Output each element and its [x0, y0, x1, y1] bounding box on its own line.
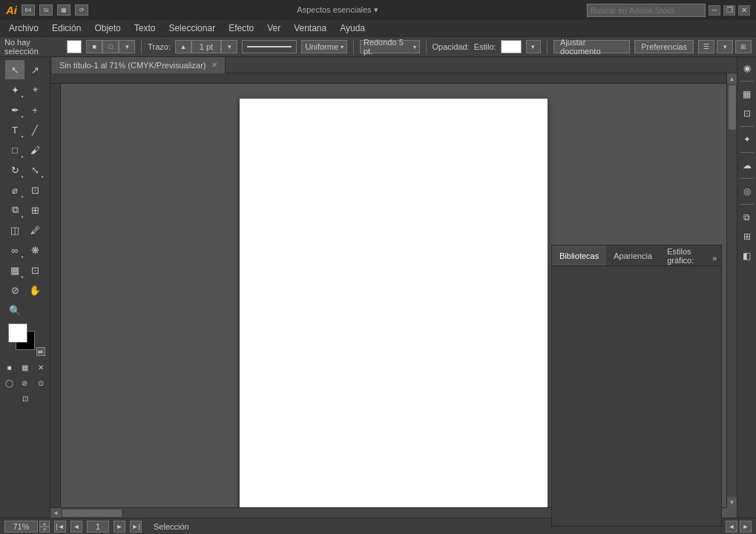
panel-layers[interactable]: ⊞ [739, 228, 755, 245]
tool-artboard[interactable]: ⊡ [25, 260, 45, 280]
tool-eyedropper[interactable]: 🖉 [25, 220, 45, 240]
tool-perspective[interactable]: ⧉▸ [5, 200, 24, 220]
tool-graph[interactable]: ▦▸ [5, 260, 24, 280]
nav-prev-btn[interactable]: ◄ [70, 521, 82, 533]
menu-edicion[interactable]: Edición [46, 22, 87, 35]
tool-magic-wand[interactable]: ✦▸ [5, 80, 24, 99]
menu-objeto[interactable]: Objeto [88, 22, 126, 35]
tool-rotate[interactable]: ↻▸ [5, 160, 24, 179]
title-btn-1[interactable]: 64 [22, 4, 35, 16]
arrange-btn[interactable]: ☰ [698, 40, 714, 53]
more-btn[interactable]: ▾ [717, 40, 733, 53]
restore-button[interactable]: ❐ [723, 5, 735, 16]
tab-close-btn[interactable]: ✕ [211, 61, 217, 69]
screen-mode-toggle[interactable]: ⊡ [19, 393, 32, 403]
panel-cc[interactable]: ☁ [739, 157, 755, 174]
dropdown-arrow[interactable]: ▾ [119, 40, 135, 53]
scroll-track-v[interactable] [727, 84, 737, 497]
scroll-up-btn[interactable]: ▲ [727, 73, 737, 84]
panel-align[interactable]: ⧉ [739, 209, 755, 225]
style-color-box[interactable] [501, 40, 522, 53]
swap-colors-btn[interactable]: ⇄ [36, 347, 45, 356]
corner-dropdown[interactable]: Redondo 5 pt. ▾ [360, 40, 420, 53]
vertical-scrollbar[interactable]: ▲ ▼ [726, 73, 737, 507]
stroke-type-dropdown[interactable]: Uniforme ▾ [301, 40, 347, 53]
menu-seleccionar[interactable]: Seleccionar [162, 22, 221, 35]
stroke-button[interactable]: □ [102, 40, 119, 53]
menu-ventana[interactable]: Ventana [288, 22, 332, 35]
tool-free-transform[interactable]: ⊡ [25, 180, 45, 200]
color-mode-gradient[interactable]: ▦ [19, 362, 32, 372]
bottom-prev-btn[interactable]: ◄ [726, 521, 737, 533]
tool-scale[interactable]: ⤡▸ [25, 160, 45, 179]
title-btn-2[interactable]: Si [39, 4, 53, 16]
zoom-input[interactable] [4, 521, 38, 533]
tool-extra[interactable] [25, 300, 45, 320]
tool-slice[interactable]: ⊘ [5, 280, 24, 300]
zoom-up-btn[interactable]: ▲ [39, 521, 50, 527]
tool-add-anchor[interactable]: + [25, 100, 45, 119]
tool-rect[interactable]: □▸ [5, 140, 24, 159]
tool-gradient[interactable]: ◫ [5, 220, 24, 240]
extra-btn[interactable]: ⊞ [735, 40, 752, 53]
menu-ver[interactable]: Ver [261, 22, 286, 35]
artboard[interactable] [240, 99, 548, 507]
stock-search-input[interactable] [587, 4, 706, 17]
tool-select[interactable]: ↖ [5, 60, 24, 79]
stroke-style[interactable] [242, 40, 297, 53]
tab-apariencia[interactable]: Apariencia [606, 245, 660, 266]
panel-more-btn[interactable]: » [708, 251, 721, 266]
color-mode-none[interactable]: ✕ [34, 362, 47, 372]
fill-button[interactable]: ■ [86, 40, 102, 53]
trazo-input[interactable] [191, 40, 221, 53]
tool-paintbrush[interactable]: 🖌 [25, 140, 45, 159]
adjust-doc-btn[interactable]: Ajustar documento [553, 40, 630, 53]
tool-symbol[interactable]: ❋ [25, 240, 45, 260]
scroll-thumb-v[interactable] [729, 85, 736, 130]
menu-texto[interactable]: Texto [128, 22, 162, 35]
menu-ayuda[interactable]: Ayuda [334, 22, 371, 35]
panel-transform[interactable]: ◎ [739, 183, 755, 200]
panel-artboards[interactable]: ◧ [739, 248, 755, 264]
panel-swatches[interactable]: ▦ [739, 86, 755, 102]
tool-direct-select[interactable]: ↗ [25, 60, 45, 79]
nav-first-btn[interactable]: |◄ [54, 521, 66, 533]
bottom-next-btn[interactable]: ► [740, 521, 752, 533]
style-dropdown[interactable]: ▾ [526, 40, 542, 53]
tool-warp[interactable]: ⌀▸ [5, 180, 24, 200]
tool-type[interactable]: T▸ [5, 120, 24, 139]
zoom-down-btn[interactable]: ▼ [39, 527, 50, 533]
tab-bibliotecas[interactable]: Bibliotecas [552, 245, 606, 266]
drawing-mode-behind[interactable]: ⊘ [19, 378, 31, 388]
trazo-down[interactable]: ▾ [221, 40, 237, 53]
fill-color-box[interactable] [67, 40, 82, 53]
menu-efecto[interactable]: Efecto [223, 22, 260, 35]
minimize-button[interactable]: ─ [709, 5, 720, 16]
nav-last-btn[interactable]: ►| [130, 521, 142, 533]
scroll-left-btn[interactable]: ◄ [50, 508, 61, 518]
workspace-selector[interactable]: Aspectos esenciales ▾ [88, 5, 587, 15]
scroll-thumb-h[interactable] [62, 510, 122, 517]
trazo-up[interactable]: ▲ [175, 40, 191, 53]
panel-brushes[interactable]: ⊡ [739, 105, 755, 122]
nav-next-btn[interactable]: ► [114, 521, 125, 533]
tab-estilos-graficos[interactable]: Estilos gráfico: [660, 245, 708, 266]
tool-lasso[interactable]: ⌖ [25, 80, 45, 99]
title-btn-3[interactable]: ▦ [57, 4, 70, 16]
panel-color-wheel[interactable]: ◉ [739, 60, 755, 76]
tool-blend[interactable]: ∞▸ [5, 240, 24, 260]
tool-mesh[interactable]: ⊞ [25, 200, 45, 220]
page-input[interactable] [87, 521, 109, 533]
tool-line[interactable]: ╱ [25, 120, 45, 139]
panel-symbols[interactable]: ✦ [739, 131, 755, 148]
title-btn-4[interactable]: ⟳ [75, 4, 88, 16]
foreground-color-swatch[interactable] [8, 323, 27, 343]
document-tab[interactable]: Sin título-1 al 71% (CMYK/Previsualizar)… [52, 57, 226, 73]
color-mode-normal[interactable]: ■ [3, 362, 16, 372]
tool-pen[interactable]: ✒▸ [5, 100, 24, 119]
tool-zoom[interactable]: 🔍 [5, 300, 24, 320]
drawing-mode-inside[interactable]: ⊙ [34, 378, 47, 388]
scroll-down-btn[interactable]: ▼ [727, 497, 737, 507]
preferences-btn[interactable]: Preferencias [634, 40, 694, 53]
close-button[interactable]: ✕ [738, 5, 750, 16]
